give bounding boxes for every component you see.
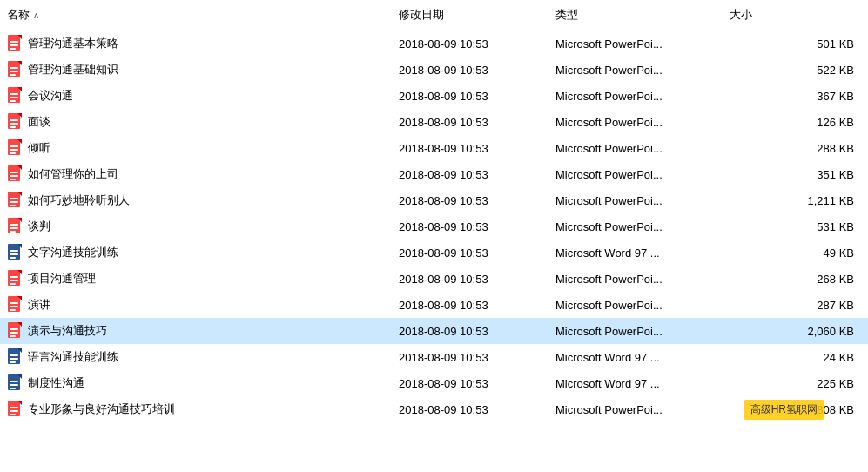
file-date: 2018-08-09 10:53 bbox=[392, 244, 548, 262]
file-explorer: 名称 ∧ 修改日期 类型 大小 bbox=[0, 0, 868, 472]
file-type: Microsoft PowerPoi... bbox=[548, 113, 723, 131]
table-row[interactable]: 管理沟通基础知识 2018-08-09 10:53 Microsoft Powe… bbox=[0, 57, 868, 83]
file-date: 2018-08-09 10:53 bbox=[392, 374, 548, 393]
file-name: 如何管理你的上司 bbox=[28, 166, 118, 182]
file-date: 2018-08-09 10:53 bbox=[392, 61, 548, 79]
file-type: Microsoft PowerPoi... bbox=[548, 35, 723, 53]
table-row[interactable]: 文字沟通技能训练 2018-08-09 10:53 Microsoft Word… bbox=[0, 239, 868, 266]
file-size: 49 KB bbox=[723, 244, 868, 262]
header-type[interactable]: 类型 bbox=[548, 3, 723, 26]
table-header: 名称 ∧ 修改日期 类型 大小 bbox=[0, 0, 868, 30]
file-name-cell: 专业形象与良好沟通技巧培训 bbox=[0, 398, 392, 421]
file-date: 2018-08-09 10:53 bbox=[392, 348, 548, 367]
file-date: 2018-08-09 10:53 bbox=[392, 296, 548, 314]
ppt-icon bbox=[7, 296, 23, 314]
ppt-icon bbox=[7, 322, 23, 340]
table-row[interactable]: 演示与沟通技巧 2018-08-09 10:53 Microsoft Power… bbox=[0, 318, 868, 344]
file-name: 管理沟通基础知识 bbox=[28, 62, 118, 78]
table-row[interactable]: 会议沟通 2018-08-09 10:53 Microsoft PowerPoi… bbox=[0, 83, 868, 109]
word-icon bbox=[7, 348, 23, 366]
file-name-cell: 项目沟通管理 bbox=[0, 267, 392, 290]
ppt-icon bbox=[7, 192, 23, 209]
file-type: Microsoft Word 97 ... bbox=[548, 348, 723, 367]
file-date: 2018-08-09 10:53 bbox=[392, 139, 548, 158]
ppt-icon bbox=[7, 113, 23, 131]
file-name-cell: 会议沟通 bbox=[0, 84, 392, 107]
file-type: Microsoft PowerPoi... bbox=[548, 218, 723, 236]
file-name: 面谈 bbox=[28, 114, 50, 130]
file-size: 24 KB bbox=[723, 348, 868, 367]
table-row[interactable]: 项目沟通管理 2018-08-09 10:53 Microsoft PowerP… bbox=[0, 266, 868, 292]
file-name: 谈判 bbox=[28, 219, 50, 234]
table-row[interactable]: 管理沟通基本策略 2018-08-09 10:53 Microsoft Powe… bbox=[0, 30, 868, 57]
file-name: 项目沟通管理 bbox=[28, 271, 96, 287]
file-name: 演讲 bbox=[28, 297, 50, 313]
file-name: 会议沟通 bbox=[28, 88, 73, 104]
file-size: 287 KB bbox=[723, 296, 868, 314]
word-icon bbox=[7, 244, 23, 261]
file-date: 2018-08-09 10:53 bbox=[392, 87, 548, 105]
file-size: 1,211 KB bbox=[723, 192, 868, 210]
file-name: 倾听 bbox=[28, 140, 50, 156]
ppt-icon bbox=[7, 218, 23, 235]
file-name: 演示与沟通技巧 bbox=[28, 323, 107, 339]
file-name-cell: 语言沟通技能训练 bbox=[0, 346, 392, 368]
ppt-icon bbox=[7, 35, 23, 52]
file-size: 531 KB bbox=[723, 218, 868, 236]
file-name-cell: 如何巧妙地聆听别人 bbox=[0, 189, 392, 212]
ppt-icon bbox=[7, 61, 23, 78]
file-date: 2018-08-09 10:53 bbox=[392, 401, 548, 419]
table-row[interactable]: 语言沟通技能训练 2018-08-09 10:53 Microsoft Word… bbox=[0, 344, 868, 370]
file-type: Microsoft PowerPoi... bbox=[548, 139, 723, 158]
ppt-icon bbox=[7, 270, 23, 287]
file-size: 268 KB bbox=[723, 270, 868, 288]
file-name-cell: 倾听 bbox=[0, 137, 392, 159]
file-type: Microsoft PowerPoi... bbox=[548, 296, 723, 314]
file-name-cell: 管理沟通基础知识 bbox=[0, 58, 392, 81]
file-list: 管理沟通基本策略 2018-08-09 10:53 Microsoft Powe… bbox=[0, 30, 868, 472]
file-size: 522 KB bbox=[723, 61, 868, 79]
file-type: Microsoft PowerPoi... bbox=[548, 165, 723, 184]
file-name-cell: 演示与沟通技巧 bbox=[0, 320, 392, 342]
file-name-cell: 谈判 bbox=[0, 215, 392, 238]
sort-arrow-icon: ∧ bbox=[33, 10, 39, 20]
table-row[interactable]: 如何巧妙地聆听别人 2018-08-09 10:53 Microsoft Pow… bbox=[0, 187, 868, 213]
header-name[interactable]: 名称 ∧ bbox=[0, 3, 392, 26]
table-row[interactable]: 倾听 2018-08-09 10:53 Microsoft PowerPoi..… bbox=[0, 135, 868, 161]
file-size: 288 KB bbox=[723, 139, 868, 158]
file-name-cell: 如何管理你的上司 bbox=[0, 163, 392, 185]
file-name: 专业形象与良好沟通技巧培训 bbox=[28, 401, 175, 417]
file-name-cell: 演讲 bbox=[0, 293, 392, 316]
table-row[interactable]: 演讲 2018-08-09 10:53 Microsoft PowerPoi..… bbox=[0, 292, 868, 318]
header-size[interactable]: 大小 bbox=[723, 3, 868, 26]
file-name: 如何巧妙地聆听别人 bbox=[28, 192, 130, 208]
file-type: Microsoft Word 97 ... bbox=[548, 374, 723, 393]
file-name-cell: 制度性沟通 bbox=[0, 372, 392, 394]
table-row[interactable]: 制度性沟通 2018-08-09 10:53 Microsoft Word 97… bbox=[0, 370, 868, 396]
ppt-icon bbox=[7, 139, 23, 157]
file-date: 2018-08-09 10:53 bbox=[392, 35, 548, 53]
file-type: Microsoft PowerPoi... bbox=[548, 322, 723, 341]
file-date: 2018-08-09 10:53 bbox=[392, 218, 548, 236]
file-size: 367 KB bbox=[723, 87, 868, 105]
header-date[interactable]: 修改日期 bbox=[392, 3, 548, 26]
file-name-cell: 管理沟通基本策略 bbox=[0, 32, 392, 55]
table-row[interactable]: 如何管理你的上司 2018-08-09 10:53 Microsoft Powe… bbox=[0, 161, 868, 187]
file-type: Microsoft PowerPoi... bbox=[548, 401, 723, 419]
file-name: 制度性沟通 bbox=[28, 375, 84, 391]
file-date: 2018-08-09 10:53 bbox=[392, 165, 548, 184]
file-size: 225 KB bbox=[723, 374, 868, 393]
table-row[interactable]: 谈判 2018-08-09 10:53 Microsoft PowerPoi..… bbox=[0, 213, 868, 239]
file-date: 2018-08-09 10:53 bbox=[392, 113, 548, 131]
file-name: 管理沟通基本策略 bbox=[28, 36, 118, 51]
file-size: 501 KB bbox=[723, 35, 868, 53]
file-date: 2018-08-09 10:53 bbox=[392, 322, 548, 341]
file-date: 2018-08-09 10:53 bbox=[392, 192, 548, 210]
table-row[interactable]: 面谈 2018-08-09 10:53 Microsoft PowerPoi..… bbox=[0, 109, 868, 135]
table-row[interactable]: 专业形象与良好沟通技巧培训 2018-08-09 10:53 Microsoft… bbox=[0, 396, 868, 422]
ppt-icon bbox=[7, 87, 23, 105]
file-type: Microsoft PowerPoi... bbox=[548, 270, 723, 288]
file-name-cell: 文字沟通技能训练 bbox=[0, 241, 392, 264]
file-size: 126 KB bbox=[723, 113, 868, 131]
word-icon bbox=[7, 374, 23, 392]
